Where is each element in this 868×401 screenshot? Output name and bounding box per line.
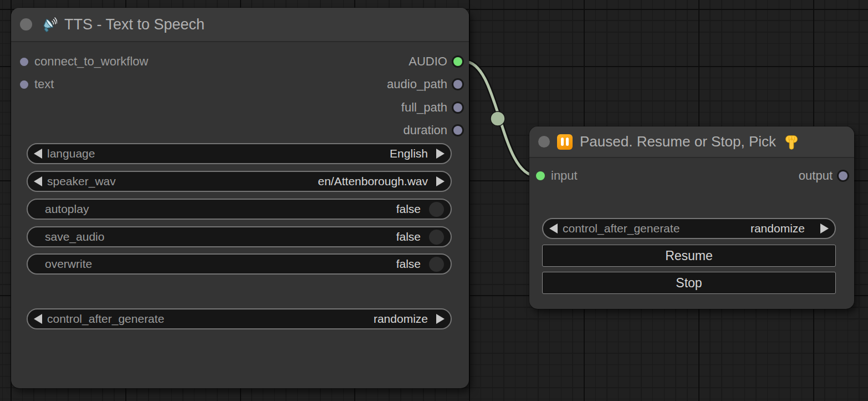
widget-value: randomize: [750, 222, 805, 235]
output-slot-dot[interactable]: [453, 126, 462, 135]
collapse-dot[interactable]: [538, 136, 550, 148]
widget-label: speaker_wav: [47, 175, 116, 188]
widget-label: autoplay: [45, 202, 89, 216]
output-slot-dot[interactable]: [453, 57, 462, 66]
widget-value: false: [396, 230, 421, 243]
toggle-knob[interactable]: [429, 202, 444, 217]
combo-left-arrow-icon[interactable]: [34, 176, 42, 186]
combo-left-arrow-icon[interactable]: [34, 314, 42, 324]
output-slot-dot[interactable]: [839, 171, 847, 180]
output-slot-duration: duration: [403, 122, 462, 139]
node-title: TTS - Text to Speech: [64, 16, 205, 33]
input-slot-connect-to-workflow: connect_to_workflow: [20, 53, 148, 70]
widget-overwrite[interactable]: overwrite false: [27, 253, 452, 275]
widget-value: false: [396, 202, 421, 216]
combo-right-arrow-icon[interactable]: [820, 224, 829, 234]
output-slot-label: full_path: [401, 100, 447, 115]
pause-icon: [557, 134, 573, 150]
input-slot-dot[interactable]: [536, 171, 545, 180]
output-slot-dot[interactable]: [453, 103, 462, 112]
node-editor-canvas[interactable]: TTS - Text to Speech connect_to_workflow…: [0, 0, 868, 401]
widget-label: save_audio: [45, 230, 104, 243]
toggle-knob[interactable]: [429, 230, 444, 245]
widget-label: overwrite: [45, 257, 92, 271]
widget-speaker-wav[interactable]: speaker_wav en/Attenborough.wav: [27, 171, 452, 192]
input-slot-dot[interactable]: [20, 58, 28, 66]
widget-label: control_after_generate: [47, 312, 164, 326]
output-slot-audio-path: audio_path: [387, 76, 462, 93]
input-slot-text: text: [20, 76, 54, 93]
output-slot-audio: AUDIO: [409, 53, 462, 70]
widget-save-audio[interactable]: save_audio false: [27, 226, 452, 247]
widget-language[interactable]: language English: [27, 143, 452, 164]
node-title: Paused. Resume or Stop, Pick: [580, 133, 776, 150]
widget-value: randomize: [374, 312, 428, 326]
node-paused-resume-or-stop[interactable]: Paused. Resume or Stop, Pick input outpu…: [529, 126, 854, 309]
combo-right-arrow-icon[interactable]: [436, 176, 445, 186]
wire-outline: [464, 62, 537, 176]
speaker-icon: [39, 16, 57, 33]
widget-control-after-generate[interactable]: control_after_generate randomize: [542, 218, 836, 239]
toggle-knob[interactable]: [429, 257, 444, 272]
output-slot-dot[interactable]: [453, 80, 462, 89]
widget-value: en/Attenborough.wav: [318, 175, 428, 188]
wire-midpoint-dot[interactable]: [491, 111, 505, 126]
input-slot-label: input: [551, 169, 578, 183]
output-slot-label: output: [799, 169, 833, 183]
input-slot-label: connect_to_workflow: [34, 54, 148, 69]
widget-autoplay[interactable]: autoplay false: [27, 199, 452, 220]
input-slot-dot[interactable]: [20, 80, 28, 89]
output-slot-full-path: full_path: [401, 99, 462, 116]
combo-right-arrow-icon[interactable]: [436, 149, 445, 159]
output-slot-label: audio_path: [387, 77, 447, 92]
stop-button[interactable]: Stop: [542, 272, 836, 294]
node-tts-text-to-speech[interactable]: TTS - Text to Speech connect_to_workflow…: [11, 8, 469, 388]
widget-control-after-generate[interactable]: control_after_generate randomize: [27, 308, 452, 329]
output-slot-output: output: [799, 167, 847, 184]
input-slot-input: input: [536, 167, 578, 184]
output-slot-label: duration: [403, 123, 447, 138]
input-slot-label: text: [34, 77, 54, 92]
combo-left-arrow-icon[interactable]: [34, 149, 42, 159]
pointing-down-icon: [783, 134, 800, 150]
combo-right-arrow-icon[interactable]: [436, 314, 445, 324]
collapse-dot[interactable]: [20, 18, 32, 31]
audio-connection-wire: [464, 62, 537, 176]
widget-value: false: [396, 257, 421, 271]
resume-button[interactable]: Resume: [542, 245, 836, 267]
node-header[interactable]: TTS - Text to Speech: [11, 8, 469, 42]
widget-value: English: [390, 147, 428, 160]
node-header[interactable]: Paused. Resume or Stop, Pick: [529, 126, 854, 158]
combo-left-arrow-icon[interactable]: [549, 224, 558, 234]
output-slot-label: AUDIO: [409, 54, 447, 69]
widget-label: control_after_generate: [563, 222, 680, 235]
widget-label: language: [47, 147, 95, 160]
